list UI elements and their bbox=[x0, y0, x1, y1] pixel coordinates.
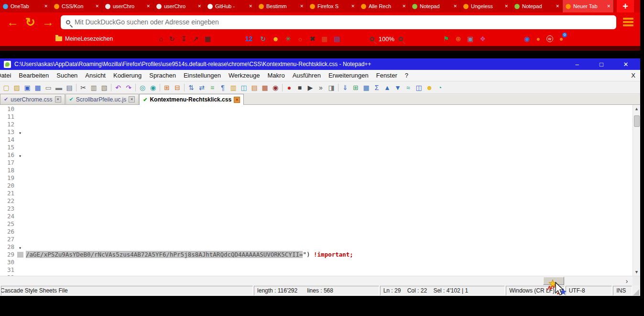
monitoring-icon[interactable]: ◉ bbox=[270, 84, 281, 91]
copy-icon[interactable]: ▥ bbox=[88, 84, 99, 91]
indent-guide-icon[interactable]: ▥ bbox=[228, 84, 239, 91]
browser-tab[interactable]: Neuer Tab✕ bbox=[563, 0, 614, 12]
stop-macro-icon[interactable]: ■ bbox=[295, 84, 305, 91]
reload-icon[interactable]: ↻ bbox=[169, 35, 175, 42]
sort-desc-icon[interactable]: ▼ bbox=[393, 84, 403, 91]
browser-tab[interactable]: Notepad✕ bbox=[409, 0, 460, 12]
find-icon[interactable]: ◎ bbox=[137, 84, 148, 91]
ball-icon[interactable]: ● bbox=[536, 35, 540, 42]
document-tab[interactable]: ✔userChrome.css✕ bbox=[0, 94, 65, 104]
document-tab-close-icon[interactable]: ✕ bbox=[234, 97, 240, 103]
menubar-close-icon[interactable]: X bbox=[631, 72, 635, 79]
tab-close-icon[interactable]: ✕ bbox=[556, 4, 559, 9]
vertical-scrollbar[interactable]: ▲ ▼ bbox=[633, 105, 640, 276]
tab-close-icon[interactable]: ✕ bbox=[504, 4, 508, 9]
tab-counter-badge[interactable]: 12 bbox=[245, 35, 253, 43]
run-macro-multiple-icon[interactable]: » bbox=[316, 84, 326, 91]
forward-button[interactable]: → bbox=[42, 16, 54, 28]
tab-close-icon[interactable]: ✕ bbox=[453, 4, 457, 9]
cut-icon[interactable]: ✂ bbox=[78, 84, 88, 91]
palette-icon[interactable]: ❖ bbox=[480, 35, 486, 42]
tab-close-icon[interactable]: ✕ bbox=[249, 4, 252, 9]
home-icon[interactable]: ⌂ bbox=[159, 35, 163, 42]
wave-icon[interactable]: ≈ bbox=[403, 84, 414, 91]
close-button[interactable]: ✕ bbox=[615, 61, 636, 68]
tab-close-icon[interactable]: ✕ bbox=[607, 4, 611, 9]
resize-grip[interactable] bbox=[633, 289, 639, 295]
close-all-icon[interactable]: ▬ bbox=[54, 84, 64, 91]
notes-icon[interactable]: ▤ bbox=[334, 35, 340, 42]
flag-icon[interactable]: ⚑ bbox=[443, 35, 449, 42]
word-wrap-icon[interactable]: ≡ bbox=[207, 84, 218, 91]
browser-tab[interactable]: userChro✕ bbox=[153, 0, 205, 12]
smiley-icon[interactable]: ☻ bbox=[272, 35, 279, 42]
browser-tab[interactable]: CSS/Kon✕ bbox=[51, 0, 102, 12]
play-macro-icon[interactable]: ▶ bbox=[305, 84, 316, 91]
import-icon[interactable]: ⇓ bbox=[340, 84, 350, 91]
save-macro-icon[interactable]: ◨ bbox=[326, 84, 337, 91]
tab-close-icon[interactable]: ✕ bbox=[402, 4, 406, 9]
sort-asc-icon[interactable]: ▲ bbox=[382, 84, 393, 91]
bookmarks-folder[interactable]: MeineLesezeichen bbox=[55, 35, 113, 42]
browser-tab[interactable]: userChro✕ bbox=[102, 0, 153, 12]
paste-icon[interactable]: ▧ bbox=[99, 84, 109, 91]
menu-ausfhren[interactable]: Ausführen bbox=[289, 72, 325, 79]
table-icon[interactable]: ⊞ bbox=[350, 84, 361, 91]
pin-icon[interactable]: ◉ bbox=[524, 35, 530, 42]
reload-button[interactable]: ↻ bbox=[25, 16, 35, 28]
document-tab[interactable]: ✔Kontextmenu-Rechtsklick.css✕ bbox=[139, 94, 244, 105]
redo-icon[interactable]: ↷ bbox=[123, 84, 134, 91]
document-tab-close-icon[interactable]: ✕ bbox=[129, 96, 135, 102]
clock-icon[interactable]: ◔ bbox=[435, 84, 445, 91]
browser-tab[interactable]: Notepad✕ bbox=[512, 0, 563, 12]
close-file-icon[interactable]: ▭ bbox=[43, 84, 54, 91]
browser-tab[interactable]: Bestimm✕ bbox=[256, 0, 307, 12]
browser-tab[interactable]: Firefox S✕ bbox=[307, 0, 358, 12]
menu-kodierung[interactable]: Kodierung bbox=[109, 72, 145, 79]
document-tab[interactable]: ✔ScrollbarPfeile.uc.js✕ bbox=[65, 94, 139, 104]
replace-icon[interactable]: ◉ bbox=[148, 84, 158, 91]
sync-icon[interactable]: ↻ bbox=[261, 35, 266, 42]
emoticon-icon[interactable]: ☻ bbox=[424, 84, 435, 91]
fold-arrow-icon[interactable]: ▾ bbox=[19, 130, 22, 135]
sync-horizontal-icon[interactable]: ⇄ bbox=[196, 84, 207, 91]
sum-icon[interactable]: Σ bbox=[371, 84, 382, 91]
browser-tab[interactable]: OneTab✕ bbox=[0, 0, 51, 12]
save-icon[interactable]: ▣ bbox=[22, 84, 33, 91]
colorgrid-icon[interactable]: ▦ bbox=[321, 35, 327, 42]
menu-fenster[interactable]: Fenster bbox=[372, 72, 401, 79]
zoom-in-icon[interactable]: ⊞ bbox=[162, 84, 172, 91]
menu-ansicht[interactable]: Ansicht bbox=[81, 72, 109, 79]
print-icon[interactable]: ▤ bbox=[64, 84, 75, 91]
menu-erweiterungen[interactable]: Erweiterungen bbox=[325, 72, 372, 79]
horizontal-scrollbar[interactable]: › bbox=[0, 276, 640, 285]
fold-arrow-icon[interactable]: ▾ bbox=[19, 153, 22, 158]
grid-icon[interactable]: ▦ bbox=[205, 35, 211, 42]
grid-view-icon[interactable]: ▦ bbox=[361, 84, 371, 91]
function-list-icon[interactable]: ▤ bbox=[249, 84, 260, 91]
browser-tab[interactable]: Alle Rech✕ bbox=[358, 0, 409, 12]
minimize-button[interactable]: – bbox=[567, 61, 588, 68]
tab-close-icon[interactable]: ✕ bbox=[146, 4, 150, 9]
tab-close-icon[interactable]: ✕ bbox=[95, 4, 99, 9]
close-x-icon[interactable]: ✖ bbox=[310, 35, 316, 42]
floppy-icon[interactable]: ▣ bbox=[467, 35, 473, 42]
zoom-in-icon[interactable] bbox=[399, 37, 403, 41]
menu-einstellungen[interactable]: Einstellungen bbox=[180, 72, 225, 79]
new-tab-button[interactable]: + bbox=[617, 0, 634, 12]
compare-icon[interactable]: ◫ bbox=[414, 84, 424, 91]
menu-werkzeuge[interactable]: Werkzeuge bbox=[225, 72, 264, 79]
menu-?[interactable]: ? bbox=[401, 72, 412, 79]
new-file-icon[interactable]: ▢ bbox=[1, 84, 11, 91]
tab-close-icon[interactable]: ✕ bbox=[197, 4, 201, 9]
gear-icon[interactable]: ☼ bbox=[297, 35, 304, 42]
back-button[interactable]: ← bbox=[7, 16, 19, 28]
undo-icon[interactable]: ↶ bbox=[113, 84, 123, 91]
editor[interactable]: 10111213▾141516▾171819202122232425262728… bbox=[0, 105, 640, 276]
browser-tab[interactable]: GitHub - ✕ bbox=[205, 0, 256, 12]
sync-vertical-icon[interactable]: ⇅ bbox=[186, 84, 196, 91]
scroll-up-icon[interactable]: ▲ bbox=[633, 105, 640, 113]
scroll-down-icon[interactable]: ▼ bbox=[633, 268, 640, 276]
globe-icon[interactable]: ⊕ bbox=[456, 35, 461, 42]
scroll-right-icon[interactable]: › bbox=[623, 276, 631, 285]
